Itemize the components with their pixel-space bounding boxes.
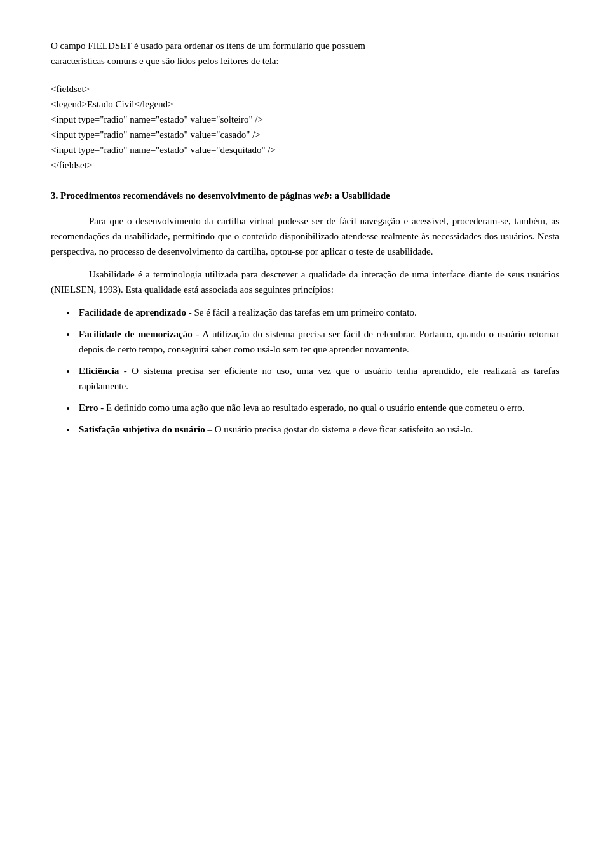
code-line-4: <input type="radio" name="estado" value=… <box>51 127 559 142</box>
code-line-1: <fieldset> <box>51 81 559 97</box>
bullet-term-2: Facilidade de memorização <box>79 329 193 339</box>
code-line-2: <legend>Estado Civil</legend> <box>51 97 559 112</box>
list-item: Eficiência - O sistema precisa ser efici… <box>76 363 559 394</box>
code-line-3: <input type="radio" name="estado" value=… <box>51 112 559 127</box>
paragraph-2: Usabilidade é a terminologia utilizada p… <box>51 267 559 297</box>
code-block: <fieldset> <legend>Estado Civil</legend>… <box>51 81 559 173</box>
intro-line-2: características comuns e que são lidos p… <box>51 53 559 69</box>
bullet-text-1: - Se é fácil a realização das tarefas em… <box>186 307 417 317</box>
section-web: web <box>314 190 329 201</box>
intro-text-block: O campo FIELDSET é usado para ordenar os… <box>51 38 559 69</box>
bullet-term-1: Facilidade de aprendizado <box>79 307 186 317</box>
code-line-5: <input type="radio" name="estado" value=… <box>51 142 559 157</box>
list-item: Facilidade de aprendizado - Se é fácil a… <box>76 305 559 320</box>
bullet-list: Facilidade de aprendizado - Se é fácil a… <box>76 305 559 437</box>
section-heading: 3. Procedimentos recomendáveis no desenv… <box>51 188 559 203</box>
bullet-term-5: Satisfação subjetiva do usuário <box>79 424 205 434</box>
bullet-term-4: Erro <box>79 403 98 413</box>
list-item: Erro - É definido como uma ação que não … <box>76 400 559 415</box>
list-item: Facilidade de memorização - A utilização… <box>76 326 559 357</box>
code-line-6: </fieldset> <box>51 157 559 173</box>
paragraph-1: Para que o desenvolvimento da cartilha v… <box>51 213 559 259</box>
bullet-text-3: - O sistema precisa ser eficiente no uso… <box>79 366 559 391</box>
section-title2: : a Usabilidade <box>329 190 390 201</box>
bullet-text-5: – O usuário precisa gostar do sistema e … <box>205 424 473 434</box>
bullet-text-4: - É definido como uma ação que não leva … <box>98 403 525 413</box>
section-number: 3. <box>51 190 58 201</box>
list-item: Satisfação subjetiva do usuário – O usuá… <box>76 422 559 437</box>
section-title-text: Procedimentos recomendáveis no desenvolv… <box>60 190 314 201</box>
intro-line-1: O campo FIELDSET é usado para ordenar os… <box>51 38 559 53</box>
bullet-term-3: Eficiência <box>79 366 119 376</box>
